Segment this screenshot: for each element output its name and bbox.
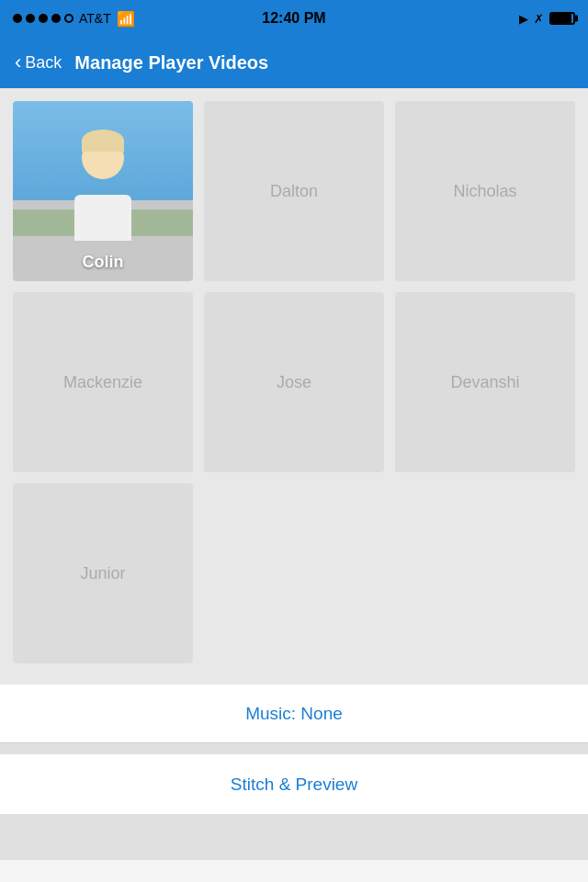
status-left: AT&T 📶 [13, 10, 135, 28]
page-title: Manage Player Videos [74, 52, 268, 74]
separator [0, 743, 588, 754]
back-chevron-icon: ‹ [15, 51, 21, 74]
player-name-devanshi: Devanshi [450, 373, 519, 392]
dot-4 [51, 14, 61, 23]
player-name-dalton: Dalton [270, 182, 318, 201]
bottom-section: Music: None Stitch & Preview [0, 684, 588, 882]
player-cell-mackenzie[interactable]: Mackenzie [13, 292, 193, 472]
nav-bar: ‹ Back Manage Player Videos [0, 37, 588, 88]
carrier-label: AT&T [79, 11, 111, 26]
back-label: Back [25, 53, 62, 73]
dot-3 [39, 14, 48, 23]
signal-dots [13, 14, 74, 23]
player-name-jose: Jose [277, 373, 311, 392]
music-row[interactable]: Music: None [0, 684, 588, 743]
player-cell-junior[interactable]: Junior [13, 483, 193, 663]
wifi-icon: 📶 [117, 10, 135, 28]
dot-5 [64, 14, 74, 23]
player-cell-devanshi[interactable]: Devanshi [395, 292, 575, 472]
status-right: ▶ ✗ [519, 12, 575, 26]
player-grid: Colin Dalton Nicholas Mackenzie Jose Dev… [13, 101, 575, 663]
player-name-mackenzie: Mackenzie [63, 373, 142, 392]
player-cell-jose[interactable]: Jose [204, 292, 384, 472]
stitch-row[interactable]: Stitch & Preview [0, 754, 588, 814]
bottom-bar [0, 814, 588, 860]
player-cell-dalton[interactable]: Dalton [204, 101, 384, 281]
bluetooth-icon: ✗ [534, 12, 544, 26]
player-grid-container: Colin Dalton Nicholas Mackenzie Jose Dev… [0, 88, 588, 685]
dot-2 [26, 14, 35, 23]
battery-indicator [549, 12, 575, 25]
location-icon: ▶ [519, 12, 528, 26]
player-name-colin: Colin [13, 253, 193, 272]
player-name-junior: Junior [80, 564, 125, 583]
player-cell-colin[interactable]: Colin [13, 101, 193, 281]
player-cell-nicholas[interactable]: Nicholas [395, 101, 575, 281]
music-label[interactable]: Music: None [245, 704, 343, 724]
dot-1 [13, 14, 22, 23]
status-time: 12:40 PM [262, 10, 325, 27]
player-name-nicholas: Nicholas [453, 182, 516, 201]
stitch-label[interactable]: Stitch & Preview [231, 775, 357, 795]
battery-fill [551, 14, 571, 23]
back-button[interactable]: ‹ Back [15, 51, 62, 74]
status-bar: AT&T 📶 12:40 PM ▶ ✗ [0, 0, 588, 37]
